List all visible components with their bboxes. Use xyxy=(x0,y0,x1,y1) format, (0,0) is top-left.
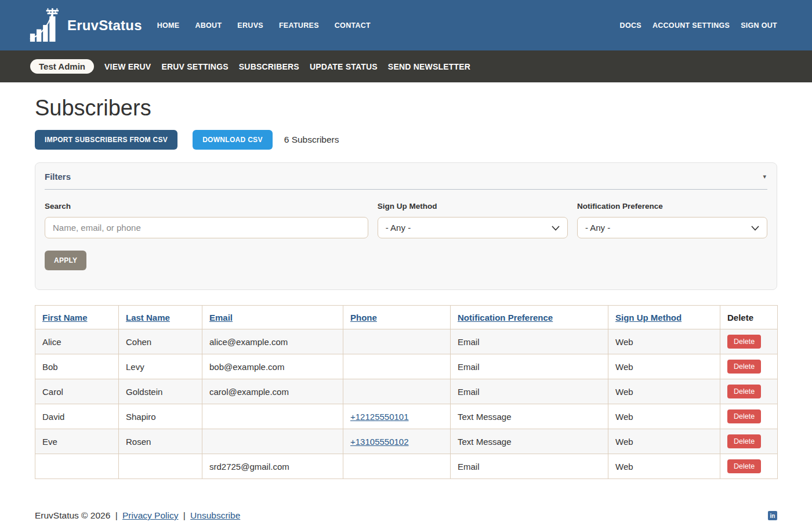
apply-button[interactable]: APPLY xyxy=(45,251,86,270)
filters-grid: Search Sign Up Method - Any - Notificati… xyxy=(45,202,767,238)
linkedin-glyph: in xyxy=(770,513,775,519)
cell-phone xyxy=(343,329,451,354)
filters-panel: Filters ▾ Search Sign Up Method - Any - … xyxy=(35,162,777,290)
linkedin-icon[interactable]: in xyxy=(768,511,777,520)
cell-signup: Web xyxy=(608,354,720,379)
signup-method-label: Sign Up Method xyxy=(378,202,568,211)
nav-view-eruv[interactable]: VIEW ERUV xyxy=(104,62,151,71)
nav-update-status[interactable]: UPDATE STATUS xyxy=(310,62,378,71)
nav-eruvs[interactable]: ERUVS xyxy=(237,21,263,30)
sort-email[interactable]: Email xyxy=(209,313,233,322)
signup-method-value: - Any - xyxy=(386,223,411,233)
chevron-down-icon xyxy=(552,223,560,233)
cell-last-name: Goldstein xyxy=(119,379,202,404)
brand-name: EruvStatus xyxy=(67,17,142,34)
nav-contact[interactable]: CONTACT xyxy=(335,21,371,30)
delete-column-header: Delete xyxy=(727,313,753,322)
unsubscribe-link[interactable]: Unsubscribe xyxy=(190,510,240,520)
subscriber-count: 6 Subscribers xyxy=(284,135,339,145)
delete-button[interactable]: Delete xyxy=(727,335,761,349)
cell-notification: Text Message xyxy=(451,404,608,429)
separator: | xyxy=(115,510,118,520)
brand-link[interactable]: EruvStatus xyxy=(29,8,142,44)
footer-text: EruvStatus © 2026 | Privacy Policy | Uns… xyxy=(35,510,240,521)
nav-subscribers[interactable]: SUBSCRIBERS xyxy=(239,62,299,71)
cell-notification: Email xyxy=(451,454,608,479)
search-input[interactable] xyxy=(45,217,368,238)
nav-account-settings[interactable]: ACCOUNT SETTINGS xyxy=(652,21,730,30)
phone-link[interactable]: +13105550102 xyxy=(350,437,409,447)
admin-navbar: Test Admin VIEW ERUV ERUV SETTINGS SUBSC… xyxy=(0,50,812,82)
import-subscribers-button[interactable]: IMPORT SUBSCRIBERS FROM CSV xyxy=(35,130,177,150)
download-csv-button[interactable]: DOWNLOAD CSV xyxy=(193,130,273,150)
cell-email: bob@example.com xyxy=(202,354,343,379)
cell-phone xyxy=(343,454,451,479)
cell-first-name: Alice xyxy=(35,329,119,354)
cell-phone xyxy=(343,354,451,379)
cell-signup: Web xyxy=(608,454,720,479)
sort-signup-method[interactable]: Sign Up Method xyxy=(615,313,682,322)
cell-signup: Web xyxy=(608,379,720,404)
delete-button[interactable]: Delete xyxy=(727,360,761,374)
delete-button[interactable]: Delete xyxy=(727,434,761,448)
copyright-text: EruvStatus © 2026 xyxy=(35,510,110,520)
cell-last-name: Rosen xyxy=(119,429,202,454)
delete-button[interactable]: Delete xyxy=(727,459,761,473)
table-header-row: First Name Last Name Email Phone Notific… xyxy=(35,306,778,329)
collapse-caret-icon[interactable]: ▾ xyxy=(762,173,767,180)
nav-sign-out[interactable]: SIGN OUT xyxy=(741,21,777,30)
cell-signup: Web xyxy=(608,329,720,354)
cell-notification: Text Message xyxy=(451,429,608,454)
cell-notification: Email xyxy=(451,329,608,354)
cell-first-name xyxy=(35,454,119,479)
nav-eruv-settings[interactable]: ERUV SETTINGS xyxy=(161,62,228,71)
cell-phone xyxy=(343,379,451,404)
cell-first-name: Carol xyxy=(35,379,119,404)
cell-first-name: Bob xyxy=(35,354,119,379)
sort-last-name[interactable]: Last Name xyxy=(126,313,170,322)
signup-method-select[interactable]: - Any - xyxy=(378,217,568,238)
cell-email: srd2725@gmail.com xyxy=(202,454,343,479)
delete-button[interactable]: Delete xyxy=(727,409,761,423)
notification-pref-label: Notification Preference xyxy=(577,202,767,211)
cell-last-name: Levy xyxy=(119,354,202,379)
cell-signup: Web xyxy=(608,429,720,454)
nav-home[interactable]: HOME xyxy=(157,21,180,30)
sort-phone[interactable]: Phone xyxy=(350,313,377,322)
table-row: srd2725@gmail.com Email Web Delete xyxy=(35,454,778,479)
cell-first-name: David xyxy=(35,404,119,429)
table-row: Carol Goldstein carol@example.com Email … xyxy=(35,379,778,404)
filters-header: Filters ▾ xyxy=(45,172,767,182)
cell-last-name: Shapiro xyxy=(119,404,202,429)
cell-first-name: Eve xyxy=(35,429,119,454)
table-row: Bob Levy bob@example.com Email Web Delet… xyxy=(35,354,778,379)
table-row: Alice Cohen alice@example.com Email Web … xyxy=(35,329,778,354)
cell-last-name xyxy=(119,454,202,479)
footer: EruvStatus © 2026 | Privacy Policy | Uns… xyxy=(35,510,777,521)
filters-title: Filters xyxy=(45,172,71,182)
cell-email xyxy=(202,404,343,429)
nav-send-newsletter[interactable]: SEND NEWSLETTER xyxy=(388,62,470,71)
cell-last-name: Cohen xyxy=(119,329,202,354)
notification-pref-select[interactable]: - Any - xyxy=(577,217,767,238)
sort-first-name[interactable]: First Name xyxy=(42,313,88,322)
admin-badge: Test Admin xyxy=(30,59,94,74)
cell-notification: Email xyxy=(451,379,608,404)
search-label: Search xyxy=(45,202,368,211)
cell-email: carol@example.com xyxy=(202,379,343,404)
nav-features[interactable]: FEATURES xyxy=(279,21,319,30)
top-navbar: EruvStatus HOME ABOUT ERUVS FEATURES CON… xyxy=(0,0,812,50)
phone-link[interactable]: +12125550101 xyxy=(350,412,409,422)
table-row: David Shapiro +12125550101 Text Message … xyxy=(35,404,778,429)
filters-divider xyxy=(45,189,767,190)
sort-notification-preference[interactable]: Notification Preference xyxy=(458,313,553,322)
privacy-policy-link[interactable]: Privacy Policy xyxy=(122,510,178,520)
delete-button[interactable]: Delete xyxy=(727,385,761,398)
nav-docs[interactable]: DOCS xyxy=(620,21,641,30)
nav-about[interactable]: ABOUT xyxy=(195,21,222,30)
cell-email: alice@example.com xyxy=(202,329,343,354)
account-nav: DOCS ACCOUNT SETTINGS SIGN OUT xyxy=(620,21,777,30)
cell-signup: Web xyxy=(608,404,720,429)
cell-notification: Email xyxy=(451,354,608,379)
chevron-down-icon xyxy=(751,223,759,233)
